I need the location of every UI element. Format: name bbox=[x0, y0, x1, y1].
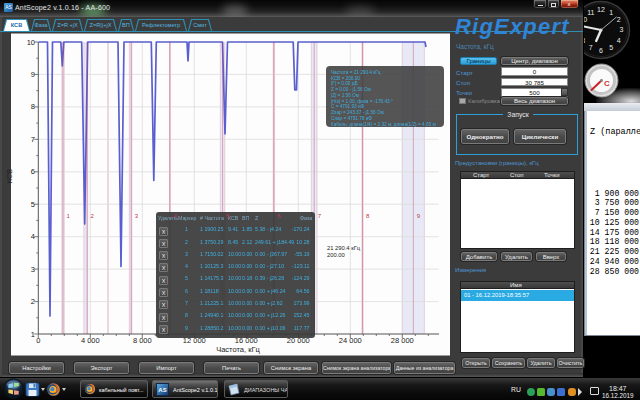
svg-text:2: 2 bbox=[617, 16, 621, 23]
svg-text:7: 7 bbox=[31, 135, 35, 144]
svg-text:5: 5 bbox=[31, 200, 35, 209]
svg-text:4: 4 bbox=[617, 37, 621, 44]
svg-text:C: C bbox=[604, 79, 610, 88]
svg-text:6: 6 bbox=[599, 47, 603, 54]
svg-text:10: 10 bbox=[27, 38, 35, 47]
svg-text:КСВ: КСВ bbox=[5, 169, 14, 184]
svg-text:5: 5 bbox=[609, 44, 613, 51]
svg-text:3: 3 bbox=[31, 265, 35, 274]
svg-text:12: 12 bbox=[597, 6, 605, 13]
svg-text:28 000: 28 000 bbox=[391, 336, 414, 345]
svg-text:4 000: 4 000 bbox=[81, 336, 100, 345]
svg-text:9: 9 bbox=[31, 70, 35, 79]
svg-text:8: 8 bbox=[584, 37, 585, 44]
svg-text:2: 2 bbox=[31, 297, 35, 306]
svg-text:8: 8 bbox=[31, 102, 35, 111]
svg-text:24 000: 24 000 bbox=[339, 336, 362, 345]
svg-text:6: 6 bbox=[31, 167, 35, 176]
svg-text:7: 7 bbox=[589, 44, 593, 51]
svg-text:4: 4 bbox=[31, 232, 35, 241]
svg-text:1: 1 bbox=[609, 9, 613, 16]
svg-text:0: 0 bbox=[36, 336, 40, 345]
svg-text:3: 3 bbox=[620, 26, 624, 33]
svg-text:200.00: 200.00 bbox=[327, 252, 345, 258]
svg-text:8 000: 8 000 bbox=[133, 336, 152, 345]
svg-text:21 290.4 кГц: 21 290.4 кГц bbox=[327, 245, 361, 251]
svg-text:1: 1 bbox=[31, 330, 35, 339]
svg-text:11: 11 bbox=[587, 9, 594, 16]
svg-text:10: 10 bbox=[584, 16, 587, 23]
svg-text:Частота, кГц: Частота, кГц bbox=[216, 345, 260, 354]
